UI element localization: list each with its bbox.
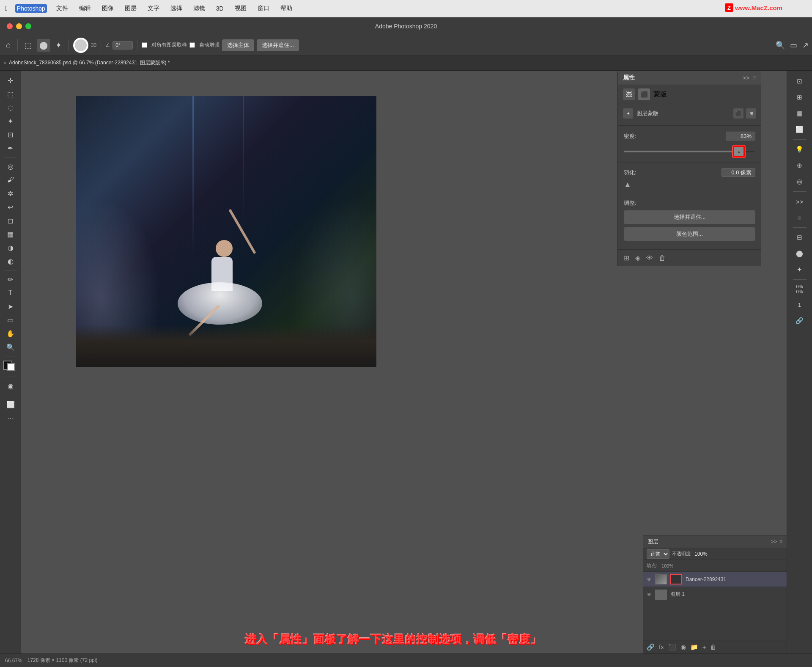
menu-edit[interactable]: 编辑	[77, 4, 93, 13]
rp-paths-icon[interactable]: ✦	[791, 262, 808, 277]
density-slider[interactable]: ▲	[624, 144, 755, 159]
hand-tool[interactable]: ✋	[3, 327, 18, 340]
feather-input[interactable]	[721, 168, 755, 177]
layer-delete-button[interactable]: 🗑	[710, 643, 716, 650]
background-color[interactable]	[7, 363, 15, 371]
layout-icon[interactable]: ▭	[790, 41, 797, 50]
visibility-icon[interactable]: 👁	[646, 254, 653, 262]
magic-wand-tool[interactable]: ✦	[53, 39, 64, 52]
quick-mask-mode[interactable]: ◉	[3, 380, 18, 392]
spot-heal-tool[interactable]: ◎	[3, 160, 18, 173]
extra-tools[interactable]: ⋯	[3, 411, 18, 424]
menu-help[interactable]: 帮助	[279, 4, 294, 13]
text-tool[interactable]: T	[3, 287, 18, 299]
select-refine-button-2[interactable]: 选择并遮住...	[624, 210, 755, 224]
color-range-button[interactable]: 颜色范围...	[624, 227, 755, 241]
menu-layer[interactable]: 图层	[123, 4, 138, 13]
marquee-bottom-icon[interactable]: ⊞	[624, 254, 629, 262]
rp-link-icon[interactable]: 🔗	[791, 314, 808, 328]
rp-btn-2[interactable]: ⊞	[791, 90, 808, 105]
eyedropper-tool[interactable]: ✒	[3, 142, 18, 154]
menu-select[interactable]: 选择	[169, 4, 184, 13]
crop-tool[interactable]: ⊡	[3, 128, 18, 141]
history-brush-tool[interactable]: ↩	[3, 201, 18, 213]
delete-mask-icon[interactable]: 🗑	[659, 254, 666, 262]
document-tab-title[interactable]: AdobeStock_78360685.psd @ 66.7% (Dancer-…	[9, 59, 170, 66]
feather-slider[interactable]: ▲	[624, 180, 755, 189]
rp-btn-7[interactable]: ◎	[791, 174, 808, 189]
layers-menu-icon[interactable]: ≡	[779, 539, 782, 545]
rp-btn-4[interactable]: ⬜	[791, 122, 808, 137]
layer-group-button[interactable]: 📁	[690, 643, 698, 651]
gradient-tool[interactable]: ▦	[3, 228, 18, 240]
select-subject-button[interactable]: 选择主体	[222, 39, 254, 51]
eraser-tool[interactable]: ◻	[3, 214, 18, 227]
blur-tool[interactable]: ◑	[3, 241, 18, 254]
quick-selection-tool[interactable]: ⬤	[37, 39, 50, 52]
menu-image[interactable]: 图像	[100, 4, 115, 13]
table-row[interactable]: 👁 Dancer-22892431	[643, 572, 787, 587]
screen-mode[interactable]: ⬜	[3, 398, 18, 411]
layer-link-button[interactable]: 🔗	[647, 643, 655, 651]
menu-photoshop[interactable]: Photoshop	[15, 4, 47, 13]
rp-channels-icon[interactable]: ⬤	[791, 246, 808, 261]
rp-btn-menu[interactable]: ≡	[791, 210, 808, 225]
selection-tool[interactable]: ⬚	[22, 39, 34, 52]
mask-tab-label[interactable]: 蒙版	[653, 90, 667, 99]
pen-tool[interactable]: ✏	[3, 273, 18, 286]
pixel-tab[interactable]: 🖼	[623, 88, 635, 100]
panel-expand-icon[interactable]: >>	[742, 74, 749, 81]
layer-fx-button[interactable]: fx	[659, 643, 664, 650]
apple-menu[interactable]: 	[5, 5, 8, 12]
table-row[interactable]: 👁 图层 1	[643, 587, 787, 602]
layer-mask-button[interactable]: ⬛	[668, 643, 676, 651]
select-refine-button[interactable]: 选择并遮住...	[257, 39, 299, 51]
panel-menu-icon[interactable]: ≡	[753, 74, 756, 81]
menu-text[interactable]: 文字	[146, 4, 161, 13]
rp-layers-icon[interactable]: ⊟	[791, 230, 808, 245]
path-select-tool[interactable]: ➤	[3, 300, 18, 313]
share-icon[interactable]: ↗	[802, 41, 809, 50]
menu-3d[interactable]: 3D	[214, 4, 225, 13]
menu-file[interactable]: 文件	[55, 4, 70, 13]
minimize-button[interactable]	[16, 23, 22, 29]
magic-wand-lt[interactable]: ✦	[3, 115, 18, 127]
layers-expand-icon[interactable]: >>	[771, 539, 777, 545]
blend-mode-select[interactable]: 正常	[647, 549, 669, 559]
mask-icon-1[interactable]: ⬛	[733, 108, 743, 119]
foreground-background-colors[interactable]	[3, 359, 18, 374]
rp-fill-value[interactable]: 0%	[796, 289, 803, 294]
opacity-value[interactable]: 100%	[694, 551, 708, 557]
menu-view[interactable]: 视图	[233, 4, 248, 13]
angle-input[interactable]	[112, 41, 133, 50]
home-button[interactable]: ⌂	[3, 39, 13, 51]
rp-opacity-value[interactable]: 0%	[796, 284, 803, 289]
rp-btn-1[interactable]: ⊡	[791, 74, 808, 88]
close-button[interactable]	[7, 23, 13, 29]
density-slider-thumb[interactable]: ▲	[733, 146, 745, 157]
menu-window[interactable]: 窗口	[256, 4, 271, 13]
search-icon[interactable]: 🔍	[776, 41, 785, 50]
rp-btn-expand[interactable]: >>	[791, 194, 808, 209]
invert-icon[interactable]: ◈	[635, 254, 640, 262]
dodge-tool[interactable]: ◐	[3, 255, 18, 267]
mask-tab[interactable]: ⬛	[638, 88, 650, 100]
marquee-tool[interactable]: ⬚	[3, 88, 18, 100]
fill-value[interactable]: 100%	[661, 563, 673, 568]
auto-enhance-checkbox[interactable]	[189, 42, 195, 48]
density-input[interactable]	[726, 132, 755, 141]
brush-tool[interactable]: 🖌	[3, 174, 18, 186]
rp-btn-3[interactable]: ▦	[791, 106, 808, 121]
layer-visibility-icon-1[interactable]: 👁	[647, 576, 652, 582]
layer-adjustment-button[interactable]: ◉	[680, 643, 686, 651]
rp-btn-6[interactable]: ⊛	[791, 158, 808, 173]
tab-close-button[interactable]: ×	[3, 60, 6, 66]
menu-filter[interactable]: 滤镜	[192, 4, 207, 13]
all-layers-checkbox[interactable]	[142, 42, 147, 48]
rp-btn-5[interactable]: 💡	[791, 142, 808, 157]
mask-icon-2[interactable]: ⊞	[746, 108, 756, 119]
layer-visibility-icon-2[interactable]: 👁	[647, 592, 652, 598]
layer-new-button[interactable]: +	[702, 643, 706, 650]
lasso-tool[interactable]: ◌	[3, 101, 18, 114]
move-tool[interactable]: ✛	[3, 74, 18, 87]
